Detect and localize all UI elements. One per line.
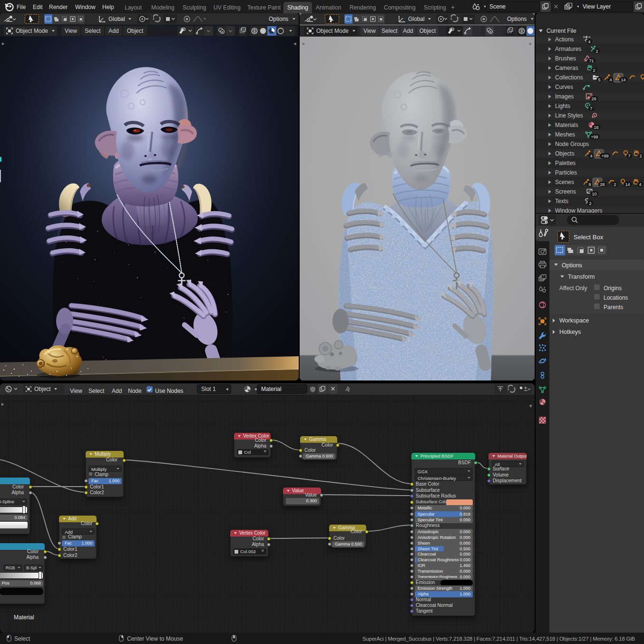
svg-text:▸: ▸ bbox=[302, 40, 305, 46]
svg-text:8: 8 bbox=[588, 182, 591, 187]
svg-text:Armatures: Armatures bbox=[555, 46, 581, 52]
svg-text:29: 29 bbox=[591, 97, 596, 101]
svg-text:Objects: Objects bbox=[555, 150, 575, 157]
svg-text:10: 10 bbox=[592, 192, 596, 196]
svg-text:2: 2 bbox=[593, 68, 595, 73]
svg-text:Cameras: Cameras bbox=[555, 65, 578, 71]
svg-text:+99: +99 bbox=[601, 154, 608, 158]
svg-text:16: 16 bbox=[594, 125, 598, 130]
svg-text:2: 2 bbox=[614, 182, 616, 187]
svg-text:5: 5 bbox=[598, 78, 600, 82]
svg-text:◂: ◂ bbox=[293, 40, 296, 46]
svg-text:Curves: Curves bbox=[555, 84, 573, 90]
svg-text:Brushes: Brushes bbox=[555, 55, 576, 62]
svg-text:2: 2 bbox=[639, 154, 642, 158]
svg-text:+99: +99 bbox=[591, 135, 598, 139]
svg-text:Collections: Collections bbox=[555, 74, 583, 81]
svg-text:Screens: Screens bbox=[555, 188, 576, 195]
svg-text:Materials: Materials bbox=[555, 122, 578, 128]
svg-text:2: 2 bbox=[595, 49, 598, 54]
svg-text:14: 14 bbox=[621, 78, 625, 82]
svg-text:Palettes: Palettes bbox=[555, 160, 576, 166]
svg-text:4: 4 bbox=[590, 154, 592, 158]
svg-text:4: 4 bbox=[609, 78, 612, 82]
svg-text:Scenes: Scenes bbox=[555, 179, 574, 185]
svg-text:Node Groups: Node Groups bbox=[555, 141, 589, 147]
svg-text:4: 4 bbox=[588, 39, 590, 44]
svg-text:4: 4 bbox=[639, 182, 641, 187]
svg-text:14: 14 bbox=[625, 182, 630, 187]
svg-text:▸: ▸ bbox=[2, 40, 5, 46]
svg-text:28: 28 bbox=[600, 182, 605, 187]
svg-text:Particles: Particles bbox=[555, 169, 577, 176]
svg-text:Line Styles: Line Styles bbox=[555, 112, 583, 119]
svg-text:2: 2 bbox=[589, 201, 591, 206]
svg-text:7: 7 bbox=[590, 106, 592, 111]
svg-text:Texts: Texts bbox=[555, 198, 568, 205]
svg-text:◂: ◂ bbox=[528, 40, 531, 46]
svg-text:Meshes: Meshes bbox=[555, 131, 575, 138]
svg-text:7: 7 bbox=[628, 154, 630, 158]
svg-text:Images: Images bbox=[555, 93, 574, 100]
svg-text:Actions: Actions bbox=[555, 36, 574, 43]
svg-text:Window Managers: Window Managers bbox=[555, 207, 602, 213]
svg-text:71: 71 bbox=[589, 59, 594, 63]
svg-text:Lights: Lights bbox=[555, 103, 570, 109]
svg-text:Current File: Current File bbox=[546, 28, 576, 34]
